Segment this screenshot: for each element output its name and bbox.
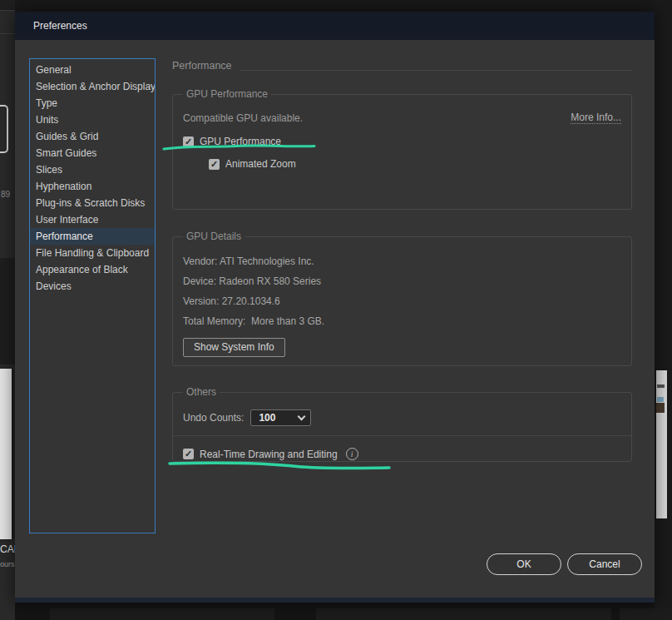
sidebar-item-type[interactable]: Type [30, 95, 155, 112]
sidebar-item-plugins-scratch-disks[interactable]: Plug-ins & Scratch Disks [30, 195, 155, 211]
more-info-link[interactable]: More Info... [571, 112, 621, 124]
others-group: Others Undo Counts: 100 ✓ Real-Time Draw… [172, 386, 632, 462]
background-taskbar-segment [620, 608, 672, 620]
background-thumbnail-mark [656, 403, 665, 413]
gpu-status-row: Compatible GPU available. More Info... [183, 112, 621, 124]
info-icon[interactable]: i [346, 448, 358, 460]
background-left-dark-panel [0, 258, 15, 365]
sidebar-item-performance[interactable]: Performance [30, 228, 155, 245]
background-tool-icon [0, 105, 8, 153]
page-title-row: Performance [172, 60, 632, 72]
undo-counts-row: Undo Counts: 100 [183, 409, 621, 426]
gpu-status-text: Compatible GPU available. [183, 112, 303, 124]
others-divider [173, 435, 631, 436]
animated-zoom-checkbox[interactable]: ✓ [209, 159, 220, 170]
animated-zoom-checkbox-row[interactable]: ✓ Animated Zoom [209, 158, 621, 170]
background-right-area [655, 0, 672, 620]
realtime-checkbox[interactable]: ✓ [183, 449, 194, 459]
sidebar-item-user-interface[interactable]: User Interface [30, 211, 155, 228]
background-text-fragment: ours [0, 560, 15, 568]
background-ruler-number: 89 [1, 190, 10, 199]
gpu-device-text: Device: Radeon RX 580 Series [183, 275, 621, 287]
background-taskbar-segment [316, 608, 611, 620]
sidebar-item-hyphenation[interactable]: Hyphenation [30, 178, 155, 195]
realtime-checkbox-row[interactable]: ✓ Real-Time Drawing and Editing i [183, 448, 621, 460]
chevron-down-icon [298, 412, 306, 420]
sidebar-item-selection-anchor-display[interactable]: Selection & Anchor Display [30, 78, 155, 95]
undo-counts-dropdown[interactable]: 100 [250, 409, 311, 426]
page-title: Performance [172, 60, 232, 72]
cancel-button[interactable]: Cancel [567, 553, 642, 575]
sidebar-item-smart-guides[interactable]: Smart Guides [30, 145, 155, 161]
show-system-info-button[interactable]: Show System Info [183, 338, 285, 357]
dialog-bottom-edge [15, 598, 655, 603]
gpu-performance-checkbox-label: GPU Performance [200, 136, 281, 147]
sidebar-item-file-handling-clipboard[interactable]: File Handling & Clipboard [30, 245, 155, 261]
dialog-titlebar[interactable]: Preferences [15, 12, 655, 40]
undo-counts-label: Undo Counts: [183, 412, 244, 424]
sidebar-item-guides-grid[interactable]: Guides & Grid [30, 128, 155, 145]
background-taskbar-segment [50, 608, 274, 620]
realtime-checkbox-label: Real-Time Drawing and Editing [200, 449, 338, 460]
background-left-top [0, 0, 15, 11]
background-canvas-edge [0, 369, 12, 539]
preferences-category-list: General Selection & Anchor Display Type … [29, 58, 156, 533]
gpu-details-group: GPU Details Vendor: ATI Technologies Inc… [172, 231, 632, 366]
animated-zoom-checkbox-label: Animated Zoom [225, 158, 296, 170]
sidebar-item-units[interactable]: Units [30, 112, 155, 128]
sidebar-item-slices[interactable]: Slices [30, 161, 155, 178]
background-top-strip [0, 0, 672, 12]
sidebar-item-devices[interactable]: Devices [30, 278, 155, 295]
gpu-details-legend: GPU Details [183, 231, 245, 242]
gpu-performance-group: GPU Performance Compatible GPU available… [172, 88, 632, 210]
background-panel-edge [656, 370, 667, 518]
ok-button[interactable]: OK [487, 553, 561, 575]
sidebar-item-general[interactable]: General [30, 62, 155, 78]
preferences-dialog: Preferences General Selection & Anchor D… [15, 12, 655, 603]
others-legend: Others [183, 386, 220, 398]
undo-counts-value: 100 [259, 412, 275, 424]
page-title-rule [240, 70, 632, 71]
gpu-vendor-text: Vendor: ATI Technologies Inc. [183, 255, 621, 267]
gpu-performance-checkbox[interactable]: ✓ [183, 136, 194, 147]
gpu-version-text: Version: 27.20.1034.6 [183, 295, 621, 307]
gpu-performance-checkbox-row[interactable]: ✓ GPU Performance [183, 136, 621, 147]
gpu-performance-legend: GPU Performance [183, 88, 271, 100]
background-thumbnail-mark [657, 384, 665, 388]
background-left-divider [0, 33, 15, 34]
sidebar-item-appearance-of-black[interactable]: Appearance of Black [30, 261, 155, 278]
dialog-title: Preferences [33, 20, 87, 32]
gpu-total-memory-text: Total Memory: More than 3 GB. [183, 315, 621, 327]
background-thumbnail-mark [657, 397, 664, 402]
